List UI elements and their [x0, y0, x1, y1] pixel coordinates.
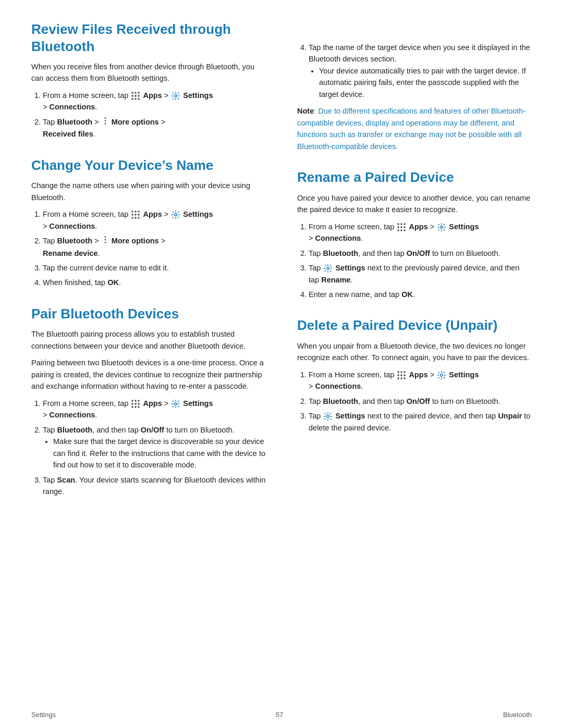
svg-rect-18	[138, 214, 140, 216]
pair-steps-continued: Tap the name of the target device when y…	[309, 42, 532, 100]
pair-intro-1: The Bluetooth pairing process allows you…	[31, 328, 266, 352]
pair-step-3: Tap Scan. Your device starts scanning fo…	[43, 474, 266, 498]
review-step-1: From a Home screen, tap Apps > Settings>…	[43, 90, 266, 113]
svg-rect-36	[398, 223, 399, 225]
section-pair: Pair Bluetooth Devices The Bluetooth pai…	[31, 305, 266, 498]
svg-rect-47	[398, 372, 399, 373]
svg-rect-4	[135, 95, 137, 97]
svg-rect-55	[404, 378, 406, 379]
pair-step-1: From a Home screen, tap Apps > Settings>…	[43, 398, 266, 421]
rename-step-4: Enter a new name, and tap OK.	[309, 289, 532, 300]
svg-point-35	[175, 403, 177, 405]
svg-point-57	[327, 415, 329, 418]
svg-rect-17	[135, 214, 137, 216]
section-review: Review Files Received through Bluetooth …	[31, 21, 266, 140]
svg-point-45	[440, 226, 443, 229]
svg-rect-38	[404, 223, 406, 225]
delete-intro: When you unpair from a Bluetooth device,…	[297, 340, 532, 364]
delete-step-3: Tap Settings next to the paired device, …	[309, 410, 532, 434]
pair-step-4: Tap the name of the target device when y…	[309, 42, 532, 100]
change-name-step-2: Tap Bluetooth > More options >Rename dev…	[43, 235, 266, 259]
settings-icon-2	[171, 210, 180, 219]
review-intro: When you receive files from another devi…	[31, 61, 266, 84]
svg-rect-37	[401, 223, 402, 225]
svg-rect-19	[132, 217, 133, 219]
svg-rect-34	[138, 406, 140, 408]
rename-step-2: Tap Bluetooth, and then tap On/Off to tu…	[309, 248, 532, 259]
apps-icon-5	[397, 371, 406, 380]
rename-step-3: Tap Settings next to the previously pair…	[309, 262, 532, 286]
change-name-intro: Change the name others use when pairing …	[31, 180, 266, 203]
change-name-steps: From a Home screen, tap Apps > Settings>…	[43, 208, 266, 289]
section-change-name: Change Your Device’s Name Change the nam…	[31, 157, 266, 289]
svg-point-11	[104, 120, 106, 121]
svg-rect-27	[135, 400, 137, 401]
apps-icon-4	[397, 223, 406, 232]
section-delete: Delete a Paired Device (Unpair) When you…	[297, 317, 532, 434]
svg-point-56	[440, 374, 443, 377]
svg-rect-13	[132, 211, 133, 213]
rename-title: Rename a Paired Device	[297, 169, 532, 186]
svg-rect-52	[404, 375, 406, 376]
svg-rect-51	[401, 375, 402, 376]
svg-rect-54	[401, 378, 402, 379]
svg-rect-44	[404, 229, 406, 231]
svg-rect-42	[398, 229, 399, 231]
svg-rect-3	[132, 95, 133, 97]
svg-rect-29	[132, 403, 133, 404]
svg-rect-6	[132, 98, 133, 100]
pair-step-2: Tap Bluetooth, and then tap On/Off to tu…	[43, 424, 266, 471]
rename-step-1: From a Home screen, tap Apps > Settings>…	[309, 221, 532, 244]
pair-steps: From a Home screen, tap Apps > Settings>…	[43, 398, 266, 498]
svg-rect-21	[138, 217, 140, 219]
svg-point-12	[104, 123, 106, 125]
svg-point-9	[175, 95, 177, 97]
svg-rect-49	[404, 372, 406, 373]
gear-settings-icon-1	[323, 264, 333, 273]
footer-page: 57	[56, 711, 503, 719]
review-steps: From a Home screen, tap Apps > Settings>…	[43, 90, 266, 140]
more-options-icon-2	[101, 236, 109, 247]
svg-rect-40	[401, 226, 402, 228]
section-rename: Rename a Paired Device Once you have pai…	[297, 169, 532, 300]
change-name-step-4: When finished, tap OK.	[43, 277, 266, 288]
svg-rect-41	[404, 226, 406, 228]
svg-rect-32	[132, 406, 133, 408]
svg-point-23	[104, 236, 106, 238]
svg-rect-14	[135, 211, 137, 213]
svg-rect-5	[138, 95, 140, 97]
rename-steps: From a Home screen, tap Apps > Settings>…	[309, 221, 532, 301]
pair-title: Pair Bluetooth Devices	[31, 305, 266, 323]
review-step-2: Tap Bluetooth > More options >Received f…	[43, 116, 266, 140]
change-name-step-3: Tap the current device name to edit it.	[43, 262, 266, 274]
note-text: Note: Due to different specifications an…	[297, 105, 532, 152]
settings-icon	[171, 91, 180, 101]
rename-intro: Once you have paired your device to anot…	[297, 192, 532, 216]
change-name-step-1: From a Home screen, tap Apps > Settings>…	[43, 208, 266, 232]
settings-icon-3	[171, 399, 180, 409]
svg-rect-39	[398, 226, 399, 228]
svg-rect-0	[132, 92, 133, 94]
delete-step-1: From a Home screen, tap Apps > Settings>…	[309, 369, 532, 392]
settings-icon-4	[437, 223, 446, 232]
footer-right: Bluetooth	[503, 711, 532, 719]
svg-rect-26	[132, 400, 133, 401]
svg-rect-7	[135, 98, 137, 100]
svg-rect-43	[401, 229, 402, 231]
delete-steps: From a Home screen, tap Apps > Settings>…	[309, 369, 532, 434]
apps-icon-2	[131, 210, 140, 219]
svg-rect-15	[138, 211, 140, 213]
svg-rect-33	[135, 406, 137, 408]
svg-rect-16	[132, 214, 133, 216]
change-name-title: Change Your Device’s Name	[31, 157, 266, 174]
svg-point-22	[175, 214, 177, 216]
svg-rect-53	[398, 378, 399, 379]
svg-rect-2	[138, 92, 140, 94]
delete-title: Delete a Paired Device (Unpair)	[297, 317, 532, 334]
gear-settings-icon-2	[323, 412, 333, 421]
page-footer: Settings 57 Bluetooth	[0, 711, 563, 719]
svg-rect-20	[135, 217, 137, 219]
svg-rect-28	[138, 400, 140, 401]
svg-rect-31	[138, 403, 140, 404]
delete-step-2: Tap Bluetooth, and then tap On/Off to tu…	[309, 396, 532, 407]
